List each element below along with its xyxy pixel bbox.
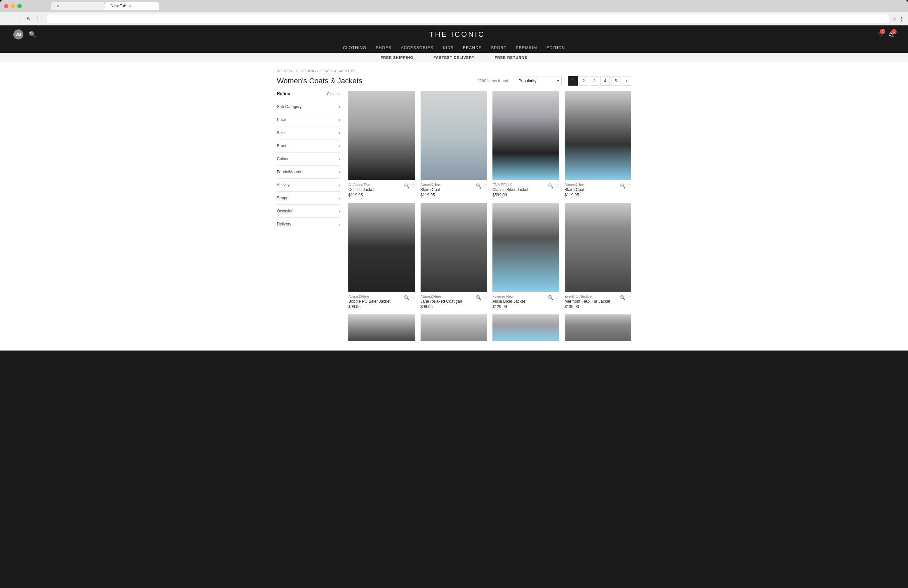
- nav-accessories[interactable]: ACCESSORIES: [401, 45, 434, 50]
- cart-button[interactable]: 🛍 1: [889, 31, 895, 38]
- page-2-button[interactable]: 2: [579, 76, 588, 85]
- search-icon-6[interactable]: 🔍: [476, 295, 481, 300]
- quick-view-button-6[interactable]: 🔍: [464, 280, 473, 289]
- filter-colour[interactable]: Colour ▾: [277, 152, 340, 165]
- search-icon-4[interactable]: 🔍: [620, 183, 626, 188]
- wishlist-icon-4[interactable]: ♡: [627, 183, 631, 188]
- breadcrumb-clothing[interactable]: CLOTHING: [296, 69, 316, 73]
- search-icon-2[interactable]: 🔍: [476, 183, 481, 188]
- filter-price[interactable]: Price ▾: [277, 113, 340, 126]
- close-button[interactable]: [4, 4, 8, 8]
- nav-shoes[interactable]: SHOES: [376, 45, 391, 50]
- search-icon-3[interactable]: 🔍: [548, 183, 554, 188]
- filter-fabric[interactable]: Fabric/Material ▾: [277, 165, 340, 178]
- chevron-down-icon: ▾: [339, 197, 340, 200]
- product-price-2: $119.95: [420, 193, 441, 197]
- nav-clothing[interactable]: CLOTHING: [343, 45, 366, 50]
- product-card-1[interactable]: 🔍 ♡ All About Eve Cecelia Jacket $119.95: [348, 91, 415, 197]
- product-price-3: $599.00: [493, 193, 528, 197]
- wishlist-button-5[interactable]: ♡: [403, 280, 412, 289]
- nav-kids[interactable]: KIDS: [443, 45, 454, 50]
- product-card-3[interactable]: 🔍 ♡ ENA PELLY Classic Biker Jacket $599.…: [493, 91, 559, 197]
- quick-view-button-8[interactable]: 🔍: [608, 280, 617, 289]
- nav-sport[interactable]: SPORT: [491, 45, 507, 50]
- bookmark-icon[interactable]: ☆: [892, 16, 897, 21]
- maximize-button[interactable]: [18, 4, 22, 8]
- clear-all-link[interactable]: Clear all: [327, 92, 340, 96]
- filter-occasion[interactable]: Occasion ▾: [277, 205, 340, 217]
- browser-tab-empty[interactable]: ✕: [51, 2, 105, 10]
- product-card-11[interactable]: [493, 314, 559, 344]
- product-card-7[interactable]: 🔍 ♡ Forever New Alicia Biker Jacket $129…: [493, 203, 559, 309]
- search-icon-5[interactable]: 🔍: [404, 295, 409, 300]
- page-1-button[interactable]: 1: [568, 76, 578, 85]
- quick-view-button-7[interactable]: 🔍: [536, 280, 545, 289]
- browser-tab-newtab[interactable]: New Tab ✕: [105, 2, 159, 10]
- wishlist-icon-8[interactable]: ♡: [627, 295, 631, 300]
- product-brand-6: Atmos&Here: [420, 294, 462, 298]
- wishlist-button-1[interactable]: ♡: [403, 168, 412, 177]
- filter-delivery[interactable]: Delivery ▾: [277, 217, 340, 230]
- refresh-button[interactable]: ↻: [26, 15, 32, 23]
- product-card-4[interactable]: 🔍 ♡ Atmos&Here Blaire Coat $119.95: [565, 91, 631, 197]
- product-card-9[interactable]: [348, 314, 415, 344]
- product-card-10[interactable]: [420, 314, 488, 344]
- search-icon-8[interactable]: 🔍: [620, 295, 626, 300]
- breadcrumb-women[interactable]: WOMEN: [277, 69, 292, 73]
- breadcrumb-current: COATS & JACKETS: [320, 69, 356, 73]
- page-icon: 📄: [35, 15, 44, 23]
- back-button[interactable]: ←: [4, 15, 11, 23]
- sort-select[interactable]: Popularity New Arrivals Price: Low to Hi…: [515, 77, 562, 85]
- filter-brand[interactable]: Brand ▾: [277, 139, 340, 152]
- product-card-5[interactable]: 🔍 ♡ Atmos&Here Bobbie PU Biker Jacket $9…: [348, 203, 415, 309]
- wishlist-button-7[interactable]: ♡: [547, 280, 557, 289]
- product-card-8[interactable]: 🔍 ♡ Everly Collective Mermont Faux Fur J…: [565, 203, 631, 309]
- search-button[interactable]: 🔍: [29, 31, 36, 38]
- wishlist-button-4[interactable]: ♡: [619, 168, 628, 177]
- page-next-button[interactable]: ›: [622, 76, 631, 85]
- wishlist-icon-2[interactable]: ♡: [483, 183, 487, 188]
- quick-view-button-3[interactable]: 🔍: [536, 168, 545, 177]
- wishlist-button-8[interactable]: ♡: [619, 280, 628, 289]
- wishlist-badge: 6: [880, 29, 885, 34]
- search-icon-7[interactable]: 🔍: [548, 295, 554, 300]
- quick-view-button-2[interactable]: 🔍: [464, 168, 473, 177]
- nav-premium[interactable]: PREMIUM: [516, 45, 537, 50]
- menu-icon[interactable]: ⋮: [899, 16, 904, 21]
- page-5-button[interactable]: 5: [611, 76, 620, 85]
- product-price-1: $119.95: [348, 193, 374, 197]
- wishlist-icon-7[interactable]: ♡: [555, 295, 559, 300]
- search-icon-1[interactable]: 🔍: [404, 183, 409, 188]
- filter-shape[interactable]: Shape ▾: [277, 191, 340, 205]
- page-3-button[interactable]: 3: [590, 76, 599, 85]
- filter-sub-category[interactable]: Sub-Category ▾: [277, 100, 340, 113]
- page-4-button[interactable]: 4: [601, 76, 610, 85]
- product-card-2[interactable]: 🔍 ♡ Atmos&Here Blaire Coat $119.95: [420, 91, 488, 197]
- user-avatar[interactable]: JM: [13, 29, 23, 39]
- quick-view-button-4[interactable]: 🔍: [608, 168, 617, 177]
- wishlist-button-2[interactable]: ♡: [475, 168, 485, 177]
- filter-size[interactable]: Size ▾: [277, 126, 340, 139]
- wishlist-icon-5[interactable]: ♡: [411, 295, 415, 300]
- filter-activity[interactable]: Activity ▾: [277, 178, 340, 191]
- product-card-6[interactable]: 🔍 ♡ Atmos&Here Jane Relaxed Coatigan $99…: [420, 203, 488, 309]
- product-card-12[interactable]: [565, 314, 631, 344]
- wishlist-button[interactable]: ♡ 6: [878, 31, 883, 38]
- address-input[interactable]: [47, 14, 889, 23]
- wishlist-icon-1[interactable]: ♡: [411, 183, 415, 188]
- quick-view-button-1[interactable]: 🔍: [392, 168, 401, 177]
- minimize-button[interactable]: [11, 4, 15, 8]
- quick-view-button-5[interactable]: 🔍: [392, 280, 401, 289]
- wishlist-button-6[interactable]: ♡: [475, 280, 485, 289]
- wishlist-icon-3[interactable]: ♡: [555, 183, 559, 188]
- wishlist-button-3[interactable]: ♡: [547, 168, 557, 177]
- tab-close-icon[interactable]: ✕: [56, 4, 60, 8]
- forward-button[interactable]: →: [15, 15, 22, 23]
- product-name-1: Cecelia Jacket: [348, 187, 374, 192]
- nav-edition[interactable]: EDITION: [546, 45, 565, 50]
- tab-close-icon-active[interactable]: ✕: [129, 4, 132, 8]
- pagination: 1 2 3 4 5 ›: [568, 76, 631, 85]
- wishlist-icon-6[interactable]: ♡: [483, 295, 487, 300]
- nav-brands[interactable]: BRANDS: [463, 45, 482, 50]
- tab-label: New Tab: [111, 4, 126, 8]
